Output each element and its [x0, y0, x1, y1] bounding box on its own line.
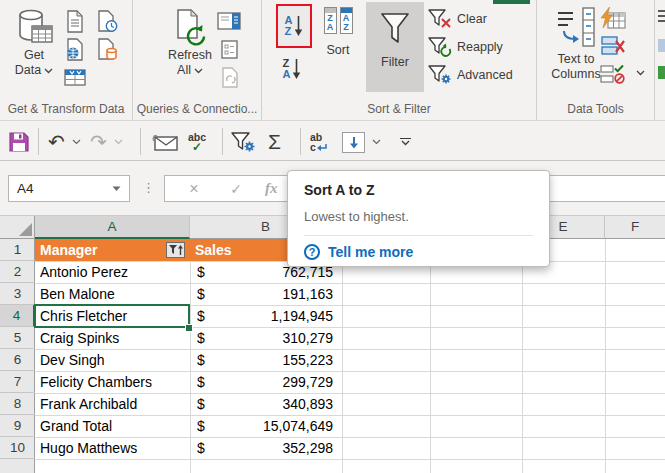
customize-qat-button[interactable] [400, 130, 411, 154]
flash-fill-icon [600, 7, 626, 30]
file-text-icon [65, 10, 85, 33]
row-header-2[interactable]: 2 [0, 261, 35, 283]
cell-sales[interactable]: $1,194,945 [190, 305, 342, 327]
row-header-9[interactable]: 9 [0, 415, 35, 437]
chevron-down-icon [401, 140, 410, 146]
get-data-icon [14, 8, 54, 48]
sort-z-to-a-button[interactable]: ZA [276, 50, 308, 88]
check-icon: ✓ [192, 142, 202, 153]
replace-button[interactable]: ab c [310, 130, 327, 154]
filter-sorted-icon [169, 245, 183, 256]
row-header-10[interactable]: 10 [0, 437, 35, 459]
flash-fill-button[interactable] [598, 5, 628, 31]
cell-sales[interactable]: $352,298 [190, 437, 342, 459]
tell-me-more-link[interactable]: ? Tell me more [304, 244, 533, 260]
column-header-f[interactable]: F [605, 216, 665, 239]
advanced-filter-button[interactable]: Advanced [428, 64, 513, 86]
select-all-corner[interactable] [0, 216, 35, 239]
email-button[interactable] [152, 130, 179, 154]
spelling-button[interactable]: abc ✓ [188, 130, 206, 154]
redo-dropdown[interactable] [114, 130, 123, 154]
properties-icon [221, 40, 238, 59]
fill-down-dropdown[interactable] [372, 130, 381, 154]
text-to-columns-icon [556, 6, 596, 48]
redo-icon: ↷ [90, 132, 107, 152]
autosum-button[interactable]: Σ [268, 130, 281, 154]
redo-button[interactable]: ↷ [90, 130, 107, 154]
clear-filter-button[interactable]: Clear [428, 8, 487, 30]
row-header-1[interactable]: 1 [0, 239, 35, 261]
column-header-a[interactable]: A [35, 216, 190, 239]
cell-manager[interactable]: Hugo Matthews [35, 437, 190, 459]
from-text-csv-button[interactable] [62, 8, 88, 34]
advanced-label: Advanced [457, 68, 513, 83]
cell-manager[interactable]: Frank Archibald [35, 393, 190, 415]
row-header-4[interactable]: 4 [0, 305, 35, 327]
cell-sales[interactable]: $155,223 [190, 349, 342, 371]
row-header-3[interactable]: 3 [0, 283, 35, 305]
save-button[interactable] [8, 130, 30, 154]
queries-connections-button[interactable] [215, 8, 243, 34]
remove-duplicates-button[interactable] [598, 33, 628, 59]
undo-icon: ↶ [48, 132, 65, 152]
sales-value: 310,279 [282, 327, 333, 349]
properties-button[interactable] [215, 36, 243, 62]
undo-button[interactable]: ↶ [48, 130, 65, 154]
text-to-columns-button[interactable]: Text to Columns [548, 6, 604, 82]
from-web-button[interactable] [62, 36, 88, 62]
chevron-down-icon [372, 139, 381, 145]
data-validation-dropdown[interactable] [633, 66, 647, 80]
reapply-filter-button[interactable]: Reapply [428, 36, 503, 58]
cell-sales[interactable]: $310,279 [190, 327, 342, 349]
autofilter-sort-button[interactable] [166, 242, 185, 258]
fill-handle[interactable] [185, 324, 193, 332]
cell-manager[interactable]: Craig Spinks [35, 327, 190, 349]
row-header-8[interactable]: 8 [0, 393, 35, 415]
sales-value: 299,729 [282, 371, 333, 393]
clear-filter-icon [428, 9, 452, 29]
cell-manager[interactable]: Dev Singh [35, 349, 190, 371]
existing-connections-button[interactable] [94, 36, 120, 62]
advanced-filter-qat-button[interactable] [231, 130, 256, 154]
row-header-6[interactable]: 6 [0, 349, 35, 371]
recent-sources-button[interactable] [94, 8, 120, 34]
from-table-range-button[interactable] [62, 64, 88, 90]
chevron-down-icon [194, 68, 203, 74]
get-data-button[interactable]: Get Data [8, 8, 60, 78]
refresh-all-button[interactable]: Refresh All [164, 8, 216, 78]
fill-down-button[interactable] [342, 130, 365, 154]
sales-value: 155,223 [282, 349, 333, 371]
edit-links-button[interactable] [215, 64, 243, 90]
cell-grand-total[interactable]: Grand Total [35, 415, 190, 437]
filter-button[interactable]: Filter [366, 2, 424, 92]
formula-bar-resize-handle[interactable]: ⋮ [142, 180, 155, 195]
row-header-5[interactable]: 5 [0, 327, 35, 349]
cell-sales[interactable]: $299,729 [190, 371, 342, 393]
sort-dialog-button[interactable]: ZA AZ Sort [314, 7, 362, 58]
row-header-7[interactable]: 7 [0, 371, 35, 393]
cell-manager[interactable]: Ben Malone [35, 283, 190, 305]
file-database-icon [97, 38, 118, 61]
cancel-icon[interactable]: × [179, 180, 209, 198]
sort-a-to-z-button[interactable]: AZ [276, 4, 312, 48]
cell-sales[interactable]: $340,893 [190, 393, 342, 415]
data-validation-button[interactable] [598, 61, 628, 87]
currency-symbol: $ [197, 415, 205, 437]
qat-separator [300, 128, 301, 155]
name-box[interactable]: A4 [8, 175, 130, 202]
qat-separator [38, 128, 39, 155]
enter-icon[interactable]: ✓ [221, 181, 251, 197]
cutoff-icon-fragment [658, 10, 665, 23]
currency-symbol: $ [197, 327, 205, 349]
tooltip-title: Sort A to Z [304, 182, 533, 198]
arrow-down-icon [294, 15, 303, 37]
cell-sales[interactable]: $15,074,649 [190, 415, 342, 437]
insert-function-icon[interactable]: fx [265, 180, 278, 197]
cell-manager[interactable]: Felicity Chambers [35, 371, 190, 393]
undo-dropdown[interactable] [72, 130, 81, 154]
filter-funnel-icon [380, 12, 410, 45]
cell-sales[interactable]: $191,163 [190, 283, 342, 305]
currency-symbol: $ [197, 305, 205, 327]
tooltip-divider [304, 235, 533, 236]
cell-manager[interactable]: Antonio Perez [35, 261, 190, 283]
